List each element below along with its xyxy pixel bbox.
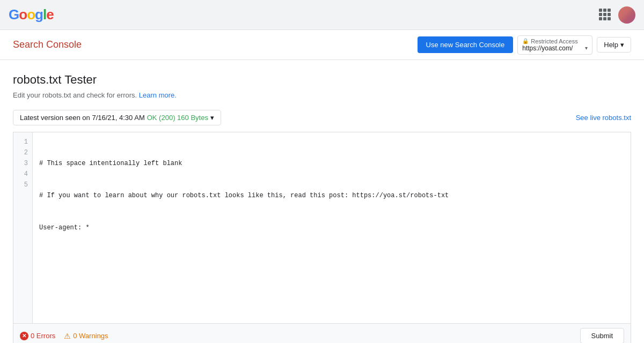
logo-o2: o: [27, 6, 35, 23]
top-bar-right: [599, 6, 635, 24]
line-number-2: 2: [13, 147, 32, 158]
apps-dot: [608, 17, 611, 20]
chevron-down-icon: ▾: [585, 45, 588, 51]
warnings-count: 0 Warnings: [73, 332, 108, 340]
version-info-button[interactable]: Latest version seen on 7/16/21, 4:30 AM …: [13, 110, 221, 125]
restricted-label: 🔒 Restricted Access: [522, 38, 577, 44]
error-badge: ✕ 0 Errors: [20, 332, 55, 340]
header-section: Search Console Use new Search Console 🔒 …: [0, 30, 644, 60]
logo-e: e: [46, 6, 53, 23]
code-editor[interactable]: # This space intentionally left blank # …: [33, 132, 631, 323]
use-new-search-console-button[interactable]: Use new Search Console: [418, 36, 514, 53]
apps-dot: [603, 17, 606, 20]
top-navbar: Google: [0, 0, 644, 30]
see-live-robots-link[interactable]: See live robots.txt: [576, 114, 631, 122]
google-logo: Google: [9, 6, 54, 23]
lock-icon: 🔒: [522, 38, 529, 44]
apps-dot: [608, 13, 611, 16]
errors-count: 0 Errors: [31, 332, 55, 340]
line-number-4: 4: [13, 169, 32, 180]
line-number-5: 5: [13, 180, 32, 190]
code-line-5: [39, 287, 624, 297]
restricted-text: Restricted Access: [531, 38, 577, 44]
logo-g2: g: [35, 6, 43, 23]
top-bar-left: Google: [9, 6, 54, 23]
apps-dot: [599, 17, 602, 20]
version-bar: Latest version seen on 7/16/21, 4:30 AM …: [13, 110, 631, 125]
help-label: Help: [604, 41, 618, 49]
editor-container: 1 2 3 4 5 # This space intentionally lef…: [13, 132, 631, 343]
apps-dot: [608, 9, 611, 12]
main-content: robots.txt Tester Edit your robots.txt a…: [0, 60, 644, 343]
code-line-2: # If you want to learn about why our rob…: [39, 190, 624, 201]
code-line-4: [39, 255, 624, 265]
ok-status-badge: OK (200) 160 Bytes: [147, 114, 208, 122]
version-chevron-icon: ▾: [210, 114, 214, 122]
code-line-1: # This space intentionally left blank: [39, 158, 624, 169]
error-circle-icon: ✕: [20, 332, 28, 340]
apps-icon[interactable]: [599, 9, 612, 21]
warning-badge: ⚠ 0 Warnings: [64, 332, 108, 340]
line-number-3: 3: [13, 158, 32, 169]
editor-footer: ✕ 0 Errors ⚠ 0 Warnings Submit: [13, 323, 631, 343]
code-line-3: User-agent: *: [39, 222, 624, 233]
learn-more-link[interactable]: Learn more.: [139, 91, 177, 99]
site-url: https://yoast.com/: [522, 44, 573, 52]
status-row: ✕ 0 Errors ⚠ 0 Warnings: [20, 332, 108, 340]
help-chevron-icon: ▾: [620, 41, 624, 49]
code-area: 1 2 3 4 5 # This space intentionally lef…: [13, 132, 631, 323]
page-subtitle: Edit your robots.txt and check for error…: [13, 91, 631, 99]
apps-dot: [603, 9, 606, 12]
version-text: Latest version seen on 7/16/21, 4:30 AM: [20, 114, 145, 122]
header-right: Use new Search Console 🔒 Restricted Acce…: [418, 35, 631, 55]
logo-o1: o: [19, 6, 27, 23]
subtitle-text: Edit your robots.txt and check for error…: [13, 91, 139, 99]
apps-dot: [599, 13, 602, 16]
line-number-1: 1: [13, 137, 32, 147]
help-button[interactable]: Help ▾: [597, 37, 631, 53]
submit-button[interactable]: Submit: [580, 328, 624, 343]
logo-g1: G: [9, 6, 19, 23]
site-url-row: https://yoast.com/ ▾: [522, 44, 588, 52]
apps-dot: [599, 9, 602, 12]
line-numbers: 1 2 3 4 5: [13, 132, 33, 323]
avatar[interactable]: [618, 6, 635, 24]
restricted-access-box[interactable]: 🔒 Restricted Access https://yoast.com/ ▾: [517, 35, 592, 55]
search-console-title[interactable]: Search Console: [13, 39, 82, 50]
apps-dot: [603, 13, 606, 16]
warning-triangle-icon: ⚠: [64, 332, 71, 340]
page-title: robots.txt Tester: [13, 73, 631, 87]
